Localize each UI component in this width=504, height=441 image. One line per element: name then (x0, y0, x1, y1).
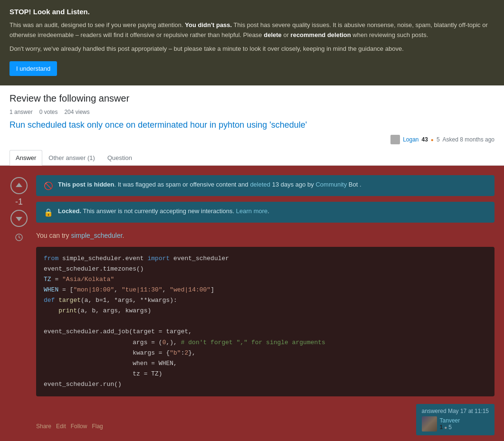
answerer-rep-row: 1 ● 5 (440, 424, 460, 431)
upvote-button[interactable] (10, 177, 28, 194)
tabs-row: Answer Other answer (1) Question (0, 150, 504, 166)
answerer-name-link[interactable]: Tanveer (440, 417, 460, 424)
audit-title: STOP! Look and Listen. (10, 8, 494, 16)
locked-alert: 🔒 Locked. This answer is not currently a… (36, 202, 494, 223)
learn-more-link[interactable]: Learn more (236, 207, 267, 215)
code-line-6: print(a, b, args, kwargs) (44, 306, 487, 316)
locked-bold: Locked. (58, 207, 81, 215)
review-section: Review the following answer 1 answer 0 v… (0, 85, 504, 144)
hidden-alert: 🚫 This post is hidden. It was flagged as… (36, 175, 494, 196)
answer-body: -1 🚫 This post is hidden. It was flagged… (0, 166, 504, 441)
code-line-13: event_scheduler.run() (44, 379, 487, 390)
asked-text: Asked 8 months ago (443, 136, 494, 143)
tab-question[interactable]: Question (101, 150, 138, 165)
code-line-10: kwargs = {"b":2}, (44, 348, 487, 358)
downvote-button[interactable] (10, 210, 28, 227)
asker-row: Logan 43 ● 5 Asked 8 months ago (10, 135, 494, 144)
asker-reputation: 43 (422, 136, 428, 143)
asker-avatar (390, 135, 400, 144)
locked-alert-text: Locked. This answer is not currently acc… (58, 207, 269, 215)
locked-alert-icon: 🔒 (44, 208, 53, 217)
hidden-alert-bold: This post is hidden (58, 181, 114, 188)
code-line-2: event_scheduler.timezones() (44, 264, 487, 274)
answerer-card-content: answered May 17 at 11:15 Tanveer 1 ● 5 (422, 408, 489, 432)
upvote-icon (15, 181, 23, 190)
answerer-badge-dot: ● (444, 425, 447, 430)
tab-other-answer[interactable]: Other answer (1) (42, 150, 101, 165)
answerer-badge-count: 5 (448, 424, 452, 431)
hidden-alert-icon: 🚫 (44, 181, 53, 190)
audit-paragraph2: Don't worry, we've already handled this … (10, 44, 494, 54)
asker-badge-count: 5 (437, 136, 440, 143)
view-count: 204 views (64, 109, 89, 115)
code-line-1: from simple_scheduler.event import event… (44, 253, 487, 264)
code-line-4: WHEN = ["mon|10:00", "tue|11:30", "wed|1… (44, 285, 487, 295)
answer-area: -1 🚫 This post is hidden. It was flagged… (0, 166, 504, 441)
code-block: from simple_scheduler.event import event… (36, 247, 494, 396)
share-link[interactable]: Share (36, 423, 51, 430)
answerer-reputation: 1 (440, 424, 443, 431)
community-link[interactable]: Community (315, 181, 347, 188)
code-line-9: args = (0,), # don't forget "," for sing… (44, 338, 487, 348)
review-title: Review the following answer (10, 93, 494, 104)
audit-or: or (282, 31, 291, 38)
code-line-3: TZ = "Asia/Kolkata" (44, 274, 487, 285)
audit-fail-bold: You didn't pass. (185, 21, 232, 28)
audit-banner: STOP! Look and Listen. This was an audit… (0, 0, 504, 85)
bottom-row: Share Edit Follow Flag answered May 17 a… (36, 404, 494, 435)
edit-link[interactable]: Edit (56, 423, 66, 430)
meta-row: 1 answer 0 votes 204 views (10, 109, 494, 115)
question-title-link[interactable]: Run scheduled task only once on determin… (10, 120, 494, 130)
answer-count: 1 answer (10, 109, 33, 115)
audit-delete-bold: delete (264, 31, 282, 38)
tab-answer[interactable]: Answer (10, 150, 42, 166)
code-line-8: event_scheduler.add_job(target = target, (44, 327, 487, 337)
audit-recommend-bold: recommend deletion (291, 31, 351, 38)
history-icon (15, 233, 23, 242)
answer-body-text: You can try simple_scheduler. (36, 230, 494, 241)
action-bar: Share Edit Follow Flag (36, 423, 103, 435)
audit-p1-pre: This was an audit, designed to see if yo… (10, 21, 185, 28)
downvote-icon (15, 214, 23, 223)
audit-p1-end: when reviewing such posts. (351, 31, 428, 38)
answered-text: answered May 17 at 11:15 (422, 408, 489, 414)
code-line-5: def target(a, b=1, *args, **kwargs): (44, 295, 487, 306)
deleted-link[interactable]: deleted (250, 181, 270, 188)
understand-button[interactable]: I understand (10, 61, 57, 76)
vote-column: -1 (10, 175, 29, 435)
code-line-12: tz = TZ) (44, 369, 487, 379)
asker-name-link[interactable]: Logan (403, 136, 418, 143)
answerer-name-rep: Tanveer 1 ● 5 (440, 417, 460, 431)
audit-paragraph1: This was an audit, designed to see if yo… (10, 20, 494, 40)
flag-link[interactable]: Flag (92, 423, 103, 430)
vote-count-meta: 0 votes (39, 109, 58, 115)
code-line-11: when = WHEN, (44, 358, 487, 369)
simple-scheduler-link[interactable]: simple_scheduler (71, 232, 122, 239)
vote-score: -1 (15, 196, 23, 208)
follow-link[interactable]: Follow (71, 423, 87, 430)
code-line-7 (44, 316, 487, 327)
answerer-card: answered May 17 at 11:15 Tanveer 1 ● 5 (416, 404, 494, 435)
answer-content: 🚫 This post is hidden. It was flagged as… (29, 175, 494, 435)
answer-post-text: . (123, 232, 124, 239)
answerer-avatar (422, 416, 437, 432)
history-button[interactable] (12, 231, 26, 244)
hidden-alert-text: This post is hidden. It was flagged as s… (58, 181, 361, 188)
answer-pre-text: You can try (36, 232, 71, 239)
asker-badge-dot: ● (431, 137, 434, 142)
